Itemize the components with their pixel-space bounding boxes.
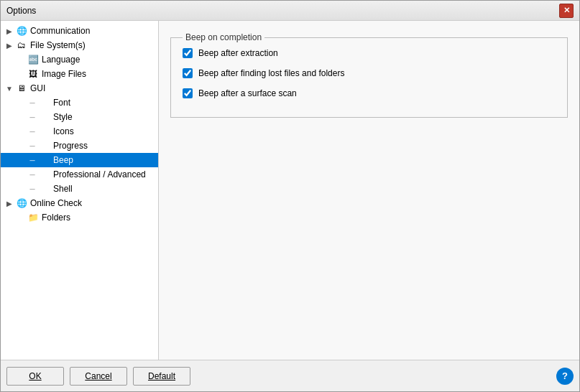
sidebar-label-gui: GUI	[30, 83, 45, 93]
expand-icon-gui: ▼	[4, 85, 15, 93]
close-button[interactable]: ✕	[559, 4, 574, 18]
content-area: Beep on completion Beep after extraction…	[159, 21, 579, 360]
sidebar-label-font: Font	[53, 98, 70, 108]
beep-lost-files-checkbox[interactable]	[183, 68, 193, 78]
onlinecheck-icon: 🌐	[15, 197, 28, 209]
sidebar: ▶ 🌐 Communication ▶ 🗂 File System(s) 🔤 L…	[1, 21, 159, 360]
dash-font: ─	[27, 99, 38, 107]
icons-icon	[38, 126, 51, 137]
sidebar-item-language[interactable]: 🔤 Language	[1, 52, 158, 67]
dash-professional: ─	[27, 171, 38, 179]
main-content: ▶ 🌐 Communication ▶ 🗂 File System(s) 🔤 L…	[1, 21, 579, 360]
checkbox-row-surface: Beep after a surface scan	[183, 88, 556, 98]
sidebar-label-shell: Shell	[53, 184, 73, 194]
sidebar-item-folders[interactable]: 📁 Folders	[1, 210, 158, 225]
beep-icon	[38, 154, 51, 166]
expand-icon-onlinecheck: ▶	[4, 200, 15, 207]
title-bar: Options ✕	[1, 1, 579, 21]
beep-surface-checkbox[interactable]	[183, 88, 193, 98]
sidebar-item-imagefiles[interactable]: 🖼 Image Files	[1, 67, 158, 81]
folders-icon: 📁	[27, 212, 40, 223]
professional-icon	[38, 169, 51, 180]
sidebar-label-imagefiles: Image Files	[42, 69, 86, 79]
beep-extraction-label[interactable]: Beep after extraction	[198, 48, 278, 58]
sidebar-label-folders: Folders	[42, 213, 70, 223]
dash-shell: ─	[27, 185, 38, 193]
sidebar-item-font[interactable]: ─ Font	[1, 95, 158, 110]
shell-icon	[38, 183, 51, 195]
help-button[interactable]: ?	[556, 368, 574, 385]
communication-icon: 🌐	[15, 25, 28, 37]
sidebar-label-language: Language	[42, 55, 80, 65]
language-icon: 🔤	[27, 54, 40, 65]
dash-progress: ─	[27, 142, 38, 150]
dash-icons: ─	[27, 128, 38, 136]
sidebar-item-professional[interactable]: ─ Professional / Advanced	[1, 167, 158, 182]
sidebar-label-professional: Professional / Advanced	[53, 169, 146, 179]
style-icon	[38, 111, 51, 123]
sidebar-item-communication[interactable]: ▶ 🌐 Communication	[1, 24, 158, 38]
sidebar-label-filesystem: File System(s)	[30, 40, 86, 50]
section-legend: Beep on completion	[183, 32, 264, 42]
sidebar-label-icons: Icons	[53, 126, 74, 136]
beep-extraction-checkbox[interactable]	[183, 48, 193, 58]
sidebar-item-style[interactable]: ─ Style	[1, 110, 158, 124]
sidebar-item-gui[interactable]: ▼ 🖥 GUI	[1, 81, 158, 95]
sidebar-label-onlinecheck: Online Check	[30, 198, 82, 208]
sidebar-label-communication: Communication	[30, 26, 90, 36]
sidebar-item-beep[interactable]: ─ Beep	[1, 153, 158, 167]
sidebar-item-progress[interactable]: ─ Progress	[1, 139, 158, 153]
cancel-button[interactable]: Cancel	[70, 367, 127, 386]
default-button[interactable]: Default	[133, 367, 190, 386]
sidebar-item-filesystem[interactable]: ▶ 🗂 File System(s)	[1, 38, 158, 52]
sidebar-label-progress: Progress	[53, 141, 88, 151]
dash-beep: ─	[27, 157, 38, 164]
gui-icon: 🖥	[15, 83, 28, 94]
ok-button[interactable]: OK	[6, 367, 64, 386]
beep-surface-label[interactable]: Beep after a surface scan	[198, 88, 297, 98]
sidebar-label-style: Style	[53, 112, 73, 122]
sidebar-item-icons[interactable]: ─ Icons	[1, 124, 158, 139]
sidebar-item-onlinecheck[interactable]: ▶ 🌐 Online Check	[1, 196, 158, 210]
window-title: Options	[6, 6, 36, 16]
options-window: Options ✕ ▶ 🌐 Communication ▶ 🗂 File Sys…	[0, 0, 580, 392]
dash-style: ─	[27, 113, 38, 121]
beep-section: Beep on completion Beep after extraction…	[170, 32, 568, 118]
font-icon	[38, 97, 51, 108]
progress-icon	[38, 140, 51, 151]
sidebar-item-shell[interactable]: ─ Shell	[1, 182, 158, 196]
bottom-bar: OK Cancel Default ?	[1, 360, 579, 391]
expand-icon-filesystem: ▶	[4, 42, 15, 50]
checkbox-row-extraction: Beep after extraction	[183, 48, 556, 58]
expand-icon-communication: ▶	[4, 27, 15, 35]
sidebar-label-beep: Beep	[53, 155, 73, 165]
beep-lost-files-label[interactable]: Beep after finding lost files and folder…	[198, 68, 344, 78]
filesystem-icon: 🗂	[15, 39, 28, 51]
imagefiles-icon: 🖼	[27, 68, 40, 80]
checkbox-row-lost-files: Beep after finding lost files and folder…	[183, 68, 556, 78]
